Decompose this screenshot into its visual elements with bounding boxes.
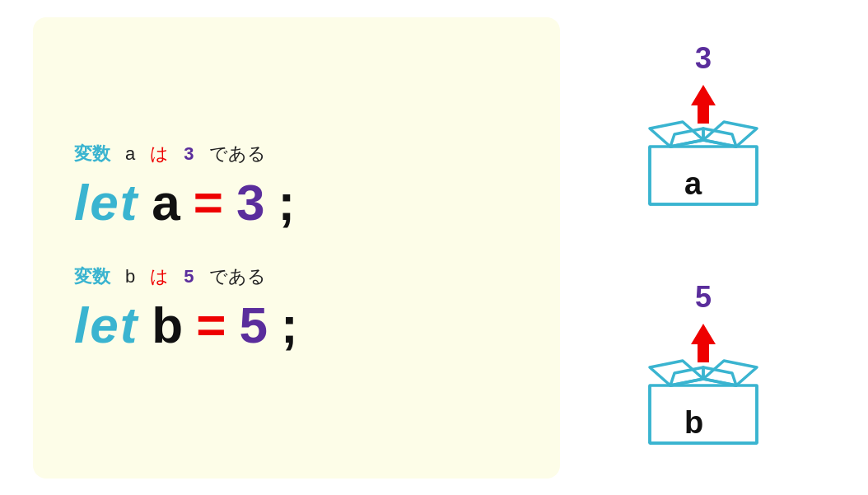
jp-line-2: 変数 b は 5 である [74,264,519,289]
box-group-1: 3 [633,41,773,216]
statement-block-1: 変数 a は 3 である let a = 3 ; [74,142,519,231]
code-eq-1: = [194,173,223,231]
box-group-2: 5 b [633,280,773,455]
box-number-1: 3 [695,41,712,76]
code-var-1: a [152,173,180,231]
code-val-2: 5 [239,296,267,354]
box-svg-2: b [633,320,773,455]
code-val-1: 3 [236,173,264,231]
jp-dearu-2: である [209,264,266,289]
jp-var-2: b [125,266,135,287]
jp-hensuu-2: 変数 [74,264,110,289]
code-let-2: let [74,296,138,354]
code-semi-1: ; [278,173,296,231]
code-eq-2: = [196,296,226,354]
jp-num-1: 3 [184,143,194,165]
box-label-1: a [684,166,702,201]
arrow-icon-2 [691,324,716,362]
box-label-2: b [684,405,703,440]
code-line-1: let a = 3 ; [74,173,519,231]
jp-line-1: 変数 a は 3 である [74,142,519,166]
jp-var-1: a [125,143,135,165]
right-panel: 3 [572,17,835,479]
code-line-2: let b = 5 ; [74,296,519,354]
main-container: 変数 a は 3 である let a = 3 ; 変数 b は 5 である [0,0,868,495]
box-icon-1: a [633,81,773,212]
box-number-2: 5 [695,280,712,315]
code-semi-2: ; [281,296,298,354]
box-icon-2: b [633,320,773,451]
jp-ha-1: は [150,142,169,166]
code-var-2: b [152,296,183,354]
arrow-icon-1 [691,85,716,124]
jp-dearu-1: である [209,142,266,166]
jp-num-2: 5 [184,266,194,287]
jp-ha-2: は [150,264,169,289]
statement-block-2: 変数 b は 5 である let b = 5 ; [74,264,519,354]
jp-hensuu-1: 変数 [74,142,110,166]
box-svg-1: a [633,81,773,216]
code-let-1: let [74,173,138,231]
left-panel: 変数 a は 3 である let a = 3 ; 変数 b は 5 である [33,17,560,479]
